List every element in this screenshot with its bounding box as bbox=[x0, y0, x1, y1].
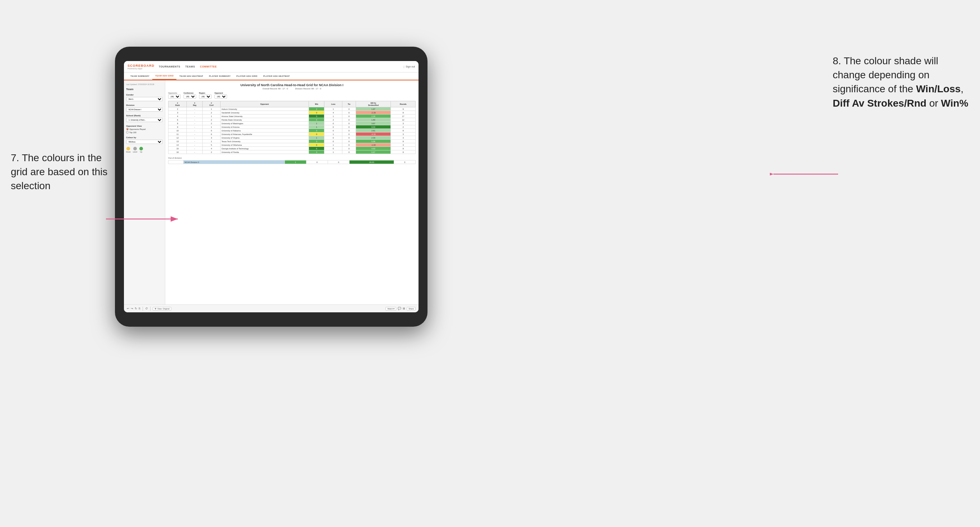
radio-group: Opponents Played Top 100 bbox=[126, 128, 163, 133]
cell-reg: - bbox=[187, 122, 203, 125]
cell-win: 3 bbox=[309, 140, 325, 143]
nav-sign-out[interactable]: Sign out bbox=[406, 65, 415, 68]
out-of-division-row: NCAA Division II 1 0 0 26.00 3 bbox=[169, 160, 416, 164]
cell-loss: 0 bbox=[325, 147, 342, 151]
team-label: Team bbox=[126, 87, 163, 91]
sidebar-gender-section: Gender Men's bbox=[126, 94, 163, 101]
col-diff: Diff AvStrokes/Rnd bbox=[356, 101, 391, 107]
tab-player-h2h-heatmap[interactable]: PLAYER H2H HEATMAP bbox=[261, 73, 293, 80]
col-rounds: Rounds bbox=[391, 101, 416, 107]
cell-loss: 0 bbox=[325, 129, 342, 132]
cell-win: 2 bbox=[309, 107, 325, 111]
cell-rank: 15 bbox=[169, 147, 187, 151]
toolbar-copy[interactable]: ⎘ bbox=[138, 307, 140, 310]
legend-down-dot bbox=[126, 147, 130, 151]
out-of-division-table: NCAA Division II 1 0 0 26.00 3 bbox=[168, 160, 416, 164]
cell-rounds: 9 bbox=[391, 140, 416, 143]
cell-opponent: Texas Tech University bbox=[220, 140, 309, 143]
table-row: 6 - 2 Florida State University 4 2 0 1.8… bbox=[169, 118, 416, 122]
cell-reg: - bbox=[187, 132, 203, 136]
share-button[interactable]: Share bbox=[407, 307, 416, 311]
opponent-label: Opponent bbox=[215, 92, 227, 94]
cell-reg: - bbox=[187, 151, 203, 154]
nav-logo: SCOREBOARD Powered by clippd bbox=[127, 64, 154, 70]
cell-reg: - bbox=[187, 129, 203, 132]
cell-conf: 3 bbox=[203, 136, 220, 140]
nav-teams[interactable]: TEAMS bbox=[185, 65, 195, 68]
opponents-select[interactable]: (All) bbox=[168, 94, 181, 99]
cell-rank: 11 bbox=[169, 132, 187, 136]
cell-conf: 2 bbox=[203, 122, 220, 125]
tab-player-summary[interactable]: PLAYER SUMMARY bbox=[206, 73, 234, 80]
gender-dropdown[interactable]: Men's bbox=[126, 97, 163, 101]
cell-rank: 10 bbox=[169, 129, 187, 132]
cell-rounds: 17 bbox=[391, 114, 416, 118]
conference-select[interactable]: (All) bbox=[184, 94, 196, 99]
radio-top100[interactable]: Top 100 bbox=[126, 131, 163, 133]
cell-opponent: Georgia Institute of Technology bbox=[220, 147, 309, 151]
radio-dot-opponents-played bbox=[126, 128, 129, 130]
tab-team-summary[interactable]: TEAM SUMMARY bbox=[127, 73, 152, 80]
cell-opponent: Auburn University bbox=[220, 107, 309, 111]
cell-win: 1 bbox=[309, 136, 325, 140]
cell-win: 4 bbox=[309, 118, 325, 122]
tab-team-h2h-grid[interactable]: TEAM H2H GRID bbox=[152, 73, 177, 80]
cell-reg: - bbox=[187, 140, 203, 143]
table-row: 16 - 2 University of Florida 3 1 0 6.67 … bbox=[169, 151, 416, 154]
filters-row: Opponents: (All) Conference (All) Region bbox=[168, 92, 416, 99]
tab-player-h2h-grid[interactable]: PLAYER H2H GRID bbox=[234, 73, 261, 80]
opponent-select[interactable]: (All) bbox=[215, 94, 227, 99]
col-opponent: Opponent bbox=[220, 101, 309, 107]
nav-committee[interactable]: COMMITTEE bbox=[200, 65, 217, 68]
cell-opponent: Vanderbilt University bbox=[220, 111, 309, 114]
cell-conf: 2 bbox=[203, 151, 220, 154]
toolbar-clock[interactable]: ⏱ bbox=[145, 307, 148, 310]
division-record: Division Record: 88 - 17 - 0 bbox=[295, 87, 321, 90]
cell-conf: 2 bbox=[203, 118, 220, 122]
school-dropdown[interactable]: 1. University of Nort... bbox=[126, 118, 163, 122]
division-dropdown[interactable]: NCAA Division I bbox=[126, 107, 163, 112]
cell-tie: 0 bbox=[342, 118, 356, 122]
cell-rounds: 2 bbox=[391, 125, 416, 129]
out-div-diff: 26.00 bbox=[350, 160, 394, 164]
cell-opponent: University of Arkansas, Fayetteville bbox=[220, 132, 309, 136]
cell-win: 1 bbox=[309, 122, 325, 125]
cell-loss: 1 bbox=[325, 143, 342, 147]
nav-links: TOURNAMENTS TEAMS COMMITTEE bbox=[159, 65, 403, 68]
view-original-button[interactable]: 👁 View: Original bbox=[153, 307, 171, 311]
radio-dot-top100 bbox=[126, 131, 129, 133]
cell-rounds: 9 bbox=[391, 151, 416, 154]
cell-opponent: Arizona State University bbox=[220, 114, 309, 118]
watch-button[interactable]: Watch ▾ bbox=[385, 307, 396, 311]
cell-conf: 5 bbox=[203, 143, 220, 147]
tab-team-h2h-heatmap[interactable]: TEAM H2H HEATMAP bbox=[177, 73, 206, 80]
radio-opponents-played[interactable]: Opponents Played bbox=[126, 128, 163, 130]
toolbar-redo[interactable]: ↪ bbox=[131, 307, 133, 310]
toolbar-refresh[interactable]: ↻ bbox=[135, 307, 137, 310]
cell-conf: 2 bbox=[203, 111, 220, 114]
table-row: 14 - 5 University of Oklahoma 0 1 0 -1.0… bbox=[169, 143, 416, 147]
colour-by-dropdown[interactable]: Win/loss bbox=[126, 140, 163, 144]
school-label: School (Rank) bbox=[126, 114, 163, 117]
legend-up: Up bbox=[139, 147, 143, 153]
toolbar-comment[interactable]: 💬 bbox=[398, 307, 401, 310]
toolbar-share-icon[interactable]: ⊞ bbox=[403, 307, 405, 310]
col-conf: #Conf bbox=[203, 101, 220, 107]
cell-rounds: 9 bbox=[391, 147, 416, 151]
table-row: 8 - 2 University of Washington 1 0 0 3.6… bbox=[169, 122, 416, 125]
cell-rank: 2 bbox=[169, 107, 187, 111]
toolbar-undo[interactable]: ↩ bbox=[127, 307, 129, 310]
region-select[interactable]: (All) bbox=[199, 94, 212, 99]
cell-rank: 13 bbox=[169, 140, 187, 143]
cell-loss: 1 bbox=[325, 114, 342, 118]
cell-opponent: University of Alabama bbox=[220, 129, 309, 132]
out-div-tie: 0 bbox=[328, 160, 350, 164]
cell-reg: - bbox=[187, 118, 203, 122]
bottom-toolbar: ↩ ↪ ↻ ⎘ ⏱ 👁 View: Original Watch ▾ 💬 ⊞ S… bbox=[124, 305, 418, 312]
cell-opponent: University of Arizona bbox=[220, 125, 309, 129]
main-content: Last Updated: 27/03/2024 16:55:38 Team G… bbox=[124, 80, 418, 305]
out-div-rounds: 3 bbox=[394, 160, 415, 164]
cell-tie: 0 bbox=[342, 129, 356, 132]
cell-tie: 0 bbox=[342, 151, 356, 154]
nav-tournaments[interactable]: TOURNAMENTS bbox=[159, 65, 180, 68]
